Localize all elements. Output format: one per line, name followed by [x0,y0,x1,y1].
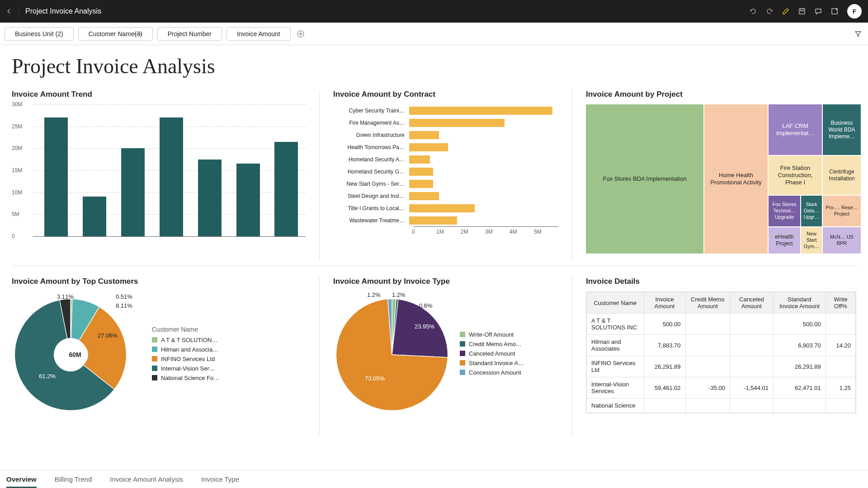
legend-swatch [152,356,157,361]
table-header[interactable]: Credit Memo Amount [685,292,730,314]
panel-title-trend: Invoice Amount Trend [12,90,306,99]
hbar-fill[interactable] [409,204,475,212]
edit-icon[interactable] [778,3,794,19]
add-filter-button[interactable] [295,28,306,39]
treemap-cell[interactable]: Centrifuge Installation [823,156,861,195]
tab-billing-trend[interactable]: Billing Trend [55,470,92,488]
hbar-label: Homeland Security G… [333,169,409,175]
bar[interactable] [121,148,145,236]
table-row[interactable]: A T & T SOLUTIONS INC500.00500.00 [587,314,856,335]
treemap-cell[interactable]: Home Health Promotional Activity [704,104,768,253]
table-header[interactable]: Write Off% [826,292,855,314]
back-button[interactable] [6,5,19,18]
hbar-fill[interactable] [409,216,457,225]
hbar-fill[interactable] [409,131,439,139]
chart-treemap-project[interactable]: Fox Stores BDA ImplementationHome Health… [586,104,861,253]
treemap-cell[interactable]: Pro-… Rese… Project [823,196,861,226]
hbar-fill[interactable] [409,155,430,164]
cell-value [685,356,730,377]
table-row[interactable]: National Science [587,399,856,413]
panel-title-details: Invoice Details [586,277,856,286]
table-row[interactable]: INFINO Services Ltd26,291.8926,291.89 [587,356,856,377]
hbar-fill[interactable] [409,192,439,200]
table-header[interactable]: Customer Name [587,292,644,314]
hbar-label: New Start Gyms - Ser… [333,181,409,187]
undo-icon[interactable] [745,3,761,19]
treemap-cell[interactable]: Business World BDA Impleme… [823,104,861,155]
cell-value [730,335,773,356]
hbar-fill[interactable] [409,107,552,115]
chart-invoice-trend[interactable]: 05M10M15M20M25M30M [12,104,306,244]
filter-pane-toggle[interactable] [853,28,863,39]
legend-item[interactable]: Internal-Vision Ser… [152,365,219,372]
chart-by-contract[interactable]: Cyber Security Traini…Fire Management As… [333,104,558,235]
treemap-cell[interactable]: Fox Stores BDA Implementation [586,104,703,253]
cell-customer: Internal-Vision Services [587,377,644,399]
slice-pct-label: 8.11% [116,302,132,309]
legend-item[interactable]: Hilman and Associa… [152,346,219,353]
bar[interactable] [274,142,298,236]
legend-label: Credit Memo Amo… [469,341,522,347]
tab-overview[interactable]: Overview [6,470,37,488]
legend-swatch [460,332,465,337]
chart-pie-invoice-type[interactable]: 1.2%0.6%23.95%73.05%1.2% [333,296,446,413]
panel-title-contract: Invoice Amount by Contract [333,90,558,99]
hbar-fill[interactable] [409,168,433,176]
filter-invoice-amount[interactable]: Invoice Amount [226,27,291,41]
legend-item[interactable]: Standard Invoice A… [460,360,524,366]
legend-item[interactable]: Credit Memo Amo… [460,341,524,347]
legend-customers: Customer Name A T & T SOLUTION…Hilman an… [152,326,219,384]
bar[interactable] [236,164,260,236]
x-tick: 5M [534,229,558,235]
x-tick: 3M [485,229,509,235]
table-row[interactable]: Hilman and Associates7,883.706,903.7014.… [587,335,856,356]
table-header[interactable]: Invoice Amount [644,292,685,314]
bar[interactable] [83,197,106,236]
table-row[interactable]: Internal-Vision Services59,461.02-35.00-… [587,377,856,399]
x-tick: 0 [412,229,436,235]
tab-invoice-type[interactable]: Invoice Type [201,470,239,488]
hbar-fill[interactable] [409,180,433,188]
cell-value: 500.00 [644,314,685,335]
export-icon[interactable] [826,3,843,19]
cell-customer: Hilman and Associates [587,335,644,356]
chart-donut-customers[interactable]: 60M 0.51%8.11%27.06%61.2%3.11% [12,296,138,413]
avatar[interactable]: F [847,4,862,19]
bar[interactable] [198,160,222,236]
bar[interactable] [160,117,183,236]
bar[interactable] [44,117,68,236]
legend-item[interactable]: INFINO Services Ltd [152,356,219,362]
y-tick: 25M [12,123,22,130]
y-tick: 20M [12,145,22,151]
table-header[interactable]: Standard Invoice Amount [774,292,826,314]
tab-invoice-amount-analysis[interactable]: Invoice Amount Analysis [110,470,183,488]
legend-item[interactable]: National Science Fo… [152,375,219,381]
panel-by-customer: Invoice Amount by Top Customers 60M 0.51… [12,277,306,435]
treemap-cell[interactable]: eHealth Project [769,227,800,253]
filter-project-number[interactable]: Project Number [157,27,222,41]
hbar-fill[interactable] [409,119,505,127]
legend-item[interactable]: A T & T SOLUTION… [152,337,219,343]
treemap-cell[interactable]: New Start Gym… [801,227,822,253]
treemap-cell[interactable]: Fox Stores Technol… Upgrade [769,196,800,226]
hbar-fill[interactable] [409,143,448,151]
treemap-cell[interactable]: McN… US BPR [823,227,861,253]
treemap-cell[interactable]: Stark Data… Upgr… [801,196,822,226]
bookmark-icon[interactable] [794,3,810,19]
redo-icon[interactable] [761,3,778,19]
legend-item[interactable]: Write-Off Amount [460,331,524,338]
invoice-details-table[interactable]: Customer NameInvoice AmountCredit Memo A… [586,291,856,413]
treemap-cell[interactable]: Fire Station Construction, Phase I [769,156,822,195]
table-header[interactable]: Canceled Amount [730,292,773,314]
comment-icon[interactable] [810,3,826,19]
legend-swatch [460,351,465,356]
legend-item[interactable]: Canceled Amount [460,350,524,357]
slice-pct-label: 0.51% [116,293,132,300]
legend-label: Concession Amount [469,369,521,376]
slice-pct-label: 73.05% [365,375,385,382]
filter-customer-name[interactable]: Customer Name (3) [78,27,153,41]
treemap-cell[interactable]: LAF CRM Implementat… [769,104,822,155]
legend-item[interactable]: Concession Amount [460,369,524,376]
panel-title-customer: Invoice Amount by Top Customers [12,277,306,286]
filter-business-unit[interactable]: Business Unit (2) [5,27,74,41]
